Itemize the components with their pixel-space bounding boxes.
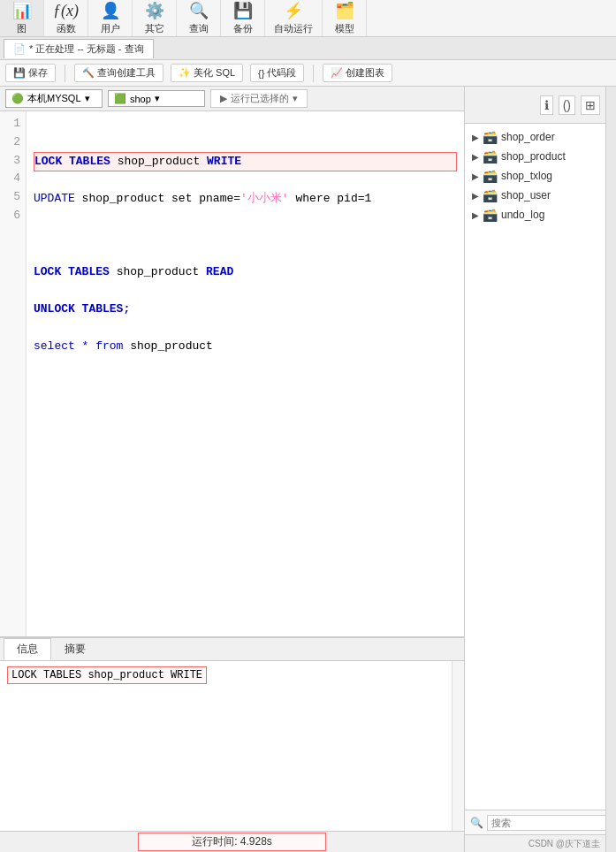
runtime-label: 运行时间: xyxy=(192,835,237,848)
tree-item-shop-user[interactable]: ▶ 🗃️ shop_user xyxy=(465,186,605,205)
connection-label: 本机MYSQL xyxy=(27,92,81,105)
beautify-icon: ✨ xyxy=(179,67,191,79)
code-line-2: UPDATE shop_product set pname='小小米' wher… xyxy=(34,190,457,209)
top-toolbar: 📊 图 ƒ(x) 函数 👤 用户 ⚙️ 其它 🔍 查询 💾 备份 ⚡ 自动运行 … xyxy=(0,0,616,37)
database-label: shop xyxy=(130,94,151,104)
query-create-icon: 🔨 xyxy=(82,67,95,79)
run-selected-button[interactable]: ▶ 运行已选择的 ▾ xyxy=(210,89,308,108)
table-icon-shop-order: 🗃️ xyxy=(483,130,498,144)
code-line-6: select * from shop_product xyxy=(34,338,457,356)
run-icon: ▶ xyxy=(220,93,227,104)
table-icon-undo-log: 🗃️ xyxy=(483,208,498,222)
tab-bar: 📄 * 正在处理 -- 无标题 - 查询 xyxy=(0,37,616,60)
scroll-right[interactable] xyxy=(452,661,464,831)
toolbar-item-backup[interactable]: 💾 备份 xyxy=(221,0,265,36)
sidebar-tree: ▶ 🗃️ shop_order ▶ 🗃️ shop_product ▶ 🗃️ s… xyxy=(465,124,605,810)
bottom-highlighted-text: LOCK TABLES shop_product WRITE xyxy=(7,666,207,684)
toolbar-item-function[interactable]: ƒ(x) 函数 xyxy=(44,0,88,36)
query-tab[interactable]: 📄 * 正在处理 -- 无标题 - 查询 xyxy=(4,39,154,58)
tab-info[interactable]: 信息 xyxy=(4,638,51,660)
toolbar-item-model[interactable]: 🗂️ 模型 xyxy=(323,0,367,36)
tree-item-shop-txlog[interactable]: ▶ 🗃️ shop_txlog xyxy=(465,166,605,186)
function-icon: ƒ(x) xyxy=(53,2,79,20)
tab-label: * 正在处理 -- 无标题 - 查询 xyxy=(29,42,144,56)
save-button[interactable]: 💾 保存 xyxy=(5,64,56,82)
main-area: 🟢 本机MYSQL ▾ 🟩 shop ▾ ▶ 运行已选择的 ▾ 1 2 3 4 xyxy=(0,87,616,852)
tree-item-shop-order[interactable]: ▶ 🗃️ shop_order xyxy=(465,127,605,147)
info-icon-btn[interactable]: ℹ xyxy=(540,95,553,115)
toolbar-label-query: 查询 xyxy=(189,22,209,35)
other-icon: ⚙️ xyxy=(145,1,164,20)
chart-icon: 📈 xyxy=(331,67,343,79)
tree-label-shop-txlog: shop_txlog xyxy=(501,170,598,182)
toolbar-label-other: 其它 xyxy=(145,22,164,35)
right-edge-scrollbar[interactable] xyxy=(605,87,616,852)
database-icon: 🟩 xyxy=(114,93,126,104)
table-icon-shop-product: 🗃️ xyxy=(483,149,498,164)
search-icon: 🔍 xyxy=(470,817,483,829)
toolbar-item-diagram[interactable]: 📊 图 xyxy=(0,0,44,36)
toolbar-item-other[interactable]: ⚙️ 其它 xyxy=(133,0,177,36)
code-editor[interactable]: 1 2 3 4 5 6 LOCK TABLES shop_product WRI… xyxy=(0,111,464,636)
watermark-text: CSDN @庆下道圭 xyxy=(529,838,600,850)
run-dropdown-icon: ▾ xyxy=(293,93,298,104)
database-dropdown-icon: ▾ xyxy=(155,93,160,104)
bottom-panel: 信息 摘要 LOCK TABLES shop_product WRITE xyxy=(0,636,464,831)
bottom-content: LOCK TABLES shop_product WRITE xyxy=(0,661,464,831)
toolbar-label-model: 模型 xyxy=(335,22,354,35)
create-chart-button[interactable]: 📈 创建图表 xyxy=(323,64,392,82)
line-numbers: 1 2 3 4 5 6 xyxy=(0,111,27,636)
autorun-icon: ⚡ xyxy=(284,1,303,20)
user-icon: 👤 xyxy=(101,1,120,20)
connection-icon: 🟢 xyxy=(11,93,24,104)
tree-label-shop-user: shop_user xyxy=(501,189,598,202)
tree-arrow-shop-order: ▶ xyxy=(472,133,479,142)
toolbar-item-autorun[interactable]: ⚡ 自动运行 xyxy=(265,0,323,36)
tab-info-label: 信息 xyxy=(17,643,38,655)
table-icon-shop-user: 🗃️ xyxy=(483,188,498,202)
query-icon: 🔍 xyxy=(189,1,209,20)
database-select[interactable]: 🟩 shop ▾ xyxy=(108,90,205,107)
code-line-4: LOCK TABLES shop_product READ xyxy=(34,263,457,282)
search-input[interactable] xyxy=(487,815,605,831)
tab-summary[interactable]: 摘要 xyxy=(51,638,99,660)
toolbar-item-user[interactable]: 👤 用户 xyxy=(88,0,133,36)
grid-icon-btn[interactable]: ⊞ xyxy=(581,95,600,115)
bottom-tabs: 信息 摘要 xyxy=(0,638,464,661)
run-label: 运行已选择的 xyxy=(231,92,289,105)
tree-label-shop-product: shop_product xyxy=(501,150,598,163)
tree-item-shop-product[interactable]: ▶ 🗃️ shop_product xyxy=(465,147,605,166)
toolbar-item-query[interactable]: 🔍 查询 xyxy=(177,0,221,36)
tree-arrow-shop-txlog: ▶ xyxy=(472,171,479,181)
tab-summary-label: 摘要 xyxy=(65,643,86,655)
query-create-button[interactable]: 🔨 查询创建工具 xyxy=(74,64,164,82)
table-icon-shop-txlog: 🗃️ xyxy=(483,169,498,183)
code-line-1: LOCK TABLES shop_product WRITE xyxy=(34,152,457,172)
code-segment-button[interactable]: {} 代码段 xyxy=(250,64,304,82)
tab-icon: 📄 xyxy=(13,43,26,55)
right-sidebar: ℹ () ⊞ ▶ 🗃️ shop_order ▶ 🗃️ shop_product… xyxy=(464,87,605,852)
runtime-value: 4.928s xyxy=(240,835,272,848)
toolbar-label-backup: 备份 xyxy=(233,22,253,35)
connection-select[interactable]: 🟢 本机MYSQL ▾ xyxy=(5,89,103,108)
code-line-3 xyxy=(34,227,457,246)
backup-icon: 💾 xyxy=(233,1,253,20)
editor-pane: 🟢 本机MYSQL ▾ 🟩 shop ▾ ▶ 运行已选择的 ▾ 1 2 3 4 xyxy=(0,87,464,852)
tree-item-undo-log[interactable]: ▶ 🗃️ undo_log xyxy=(465,205,605,224)
connection-dropdown-icon: ▾ xyxy=(85,93,90,104)
sidebar-watermark: CSDN @庆下道圭 xyxy=(465,834,605,852)
status-bar: 运行时间: 4.928s xyxy=(0,831,464,852)
tree-arrow-shop-user: ▶ xyxy=(472,191,479,201)
code-lines[interactable]: LOCK TABLES shop_product WRITE UPDATE sh… xyxy=(27,111,464,636)
toolbar-label-autorun: 自动运行 xyxy=(274,22,313,35)
toolbar-label-function: 函数 xyxy=(57,22,76,35)
code-icon: {} xyxy=(258,68,264,79)
separator-2 xyxy=(313,65,314,82)
beautify-button[interactable]: ✨ 美化 SQL xyxy=(171,64,243,82)
parens-icon-btn[interactable]: () xyxy=(559,95,575,115)
db-bar: 🟢 本机MYSQL ▾ 🟩 shop ▾ ▶ 运行已选择的 ▾ xyxy=(0,87,464,111)
tree-label-undo-log: undo_log xyxy=(501,209,598,221)
toolbar-label-user: 用户 xyxy=(101,22,120,35)
diagram-icon: 📊 xyxy=(12,1,32,20)
tree-label-shop-order: shop_order xyxy=(501,131,598,143)
